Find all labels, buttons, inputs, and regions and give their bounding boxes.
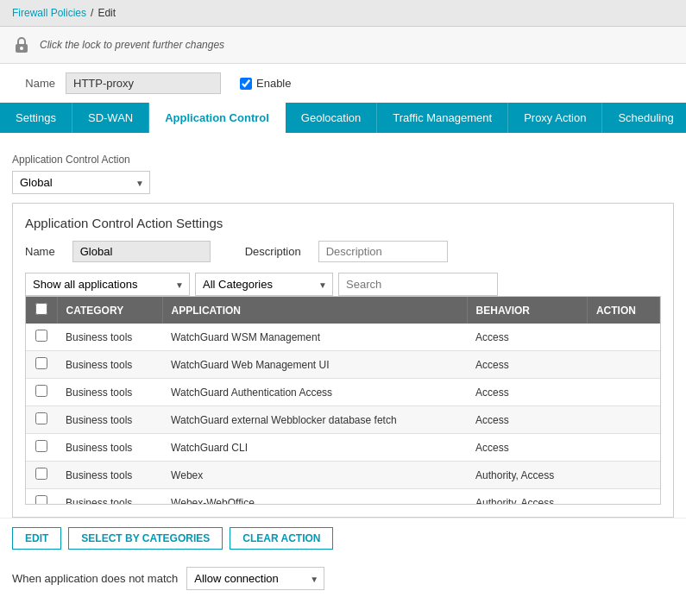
row-application: WatchGuard external Webblocker database … [162,406,467,434]
settings-title: Application Control Action Settings [25,216,661,230]
app-table-container: CATEGORY APPLICATION BEHAVIOR ACTION Bus… [25,296,661,505]
row-category: Business tools [57,351,162,379]
col-action: ACTION [587,297,659,324]
tab-proxy[interactable]: Proxy Action [508,103,602,133]
filter-row: Show all applications Show selected appl… [25,273,661,296]
table-row: Business tools WatchGuard CLI Access [26,434,660,462]
col-category: CATEGORY [57,297,162,324]
row-checkbox[interactable] [35,330,47,342]
tab-settings[interactable]: Settings [0,103,72,133]
row-checkbox[interactable] [35,385,47,397]
row-checkbox-cell [26,379,57,406]
edit-button[interactable]: EDIT [12,527,61,550]
clear-action-button[interactable]: CLEAR ACTION [230,527,333,550]
show-apps-dropdown[interactable]: Show all applications Show selected appl… [25,273,190,296]
row-behavior: Access [467,434,587,462]
table-scroll[interactable]: CATEGORY APPLICATION BEHAVIOR ACTION Bus… [26,297,660,504]
row-category: Business tools [57,462,162,489]
content-area: Application Control Action Global None A… [0,133,686,518]
no-match-row: When application does not match Allow co… [0,558,686,602]
breadcrumb: Firewall Policies / Edit [0,0,686,27]
row-action [587,351,659,379]
row-behavior: Access [467,406,587,434]
row-action [587,324,659,351]
row-checkbox-cell [26,489,57,505]
row-behavior: Access [467,379,587,406]
row-checkbox[interactable] [35,468,47,480]
app-control-action-dropdown-wrapper: Global None [12,171,150,194]
category-dropdown-wrapper: All Categories Business tools Streaming [195,273,333,296]
row-action [587,434,659,462]
enable-checkbox[interactable] [240,78,252,90]
row-category: Business tools [57,406,162,434]
breadcrumb-parent[interactable]: Firewall Policies [12,7,86,19]
lock-bar: Click the lock to prevent further change… [0,27,686,64]
tab-scheduling[interactable]: Scheduling [602,103,686,133]
row-application: WatchGuard CLI [162,434,467,462]
col-behavior: BEHAVIOR [467,297,587,324]
table-header-row: CATEGORY APPLICATION BEHAVIOR ACTION [26,297,660,324]
col-application: APPLICATION [162,297,467,324]
settings-name-input[interactable] [72,241,211,262]
row-checkbox[interactable] [35,495,47,504]
tab-sdwan[interactable]: SD-WAN [72,103,149,133]
table-row: Business tools WatchGuard WSM Management… [26,324,660,351]
lock-icon[interactable] [12,35,31,54]
row-checkbox[interactable] [35,440,47,452]
category-dropdown[interactable]: All Categories Business tools Streaming [195,273,333,296]
row-checkbox-cell [26,351,57,379]
row-behavior: Access [467,351,587,379]
select-by-categories-button[interactable]: SELECT BY CATEGORIES [68,527,223,550]
row-application: WatchGuard Web Management UI [162,351,467,379]
select-all-checkbox[interactable] [35,303,47,315]
table-row: Business tools Webex Authority, Access [26,462,660,489]
row-application: Webex-WebOffice [162,489,467,505]
name-label: Name [12,77,55,90]
tab-geolocation[interactable]: Geolocation [286,103,377,133]
row-checkbox-cell [26,324,57,351]
table-row: Business tools WatchGuard Web Management… [26,351,660,379]
svg-point-1 [20,47,23,50]
tab-traffic[interactable]: Traffic Management [377,103,508,133]
row-category: Business tools [57,324,162,351]
row-checkbox[interactable] [35,357,47,369]
name-input[interactable] [66,72,221,94]
tab-appcontrol[interactable]: Application Control [149,103,286,133]
table-row: Business tools WatchGuard Authentication… [26,379,660,406]
tab-bar: Settings SD-WAN Application Control Geol… [0,103,686,133]
breadcrumb-current: Edit [98,7,116,19]
row-behavior: Authority, Access [467,489,587,505]
search-input[interactable] [338,273,498,296]
no-match-label: When application does not match [12,572,178,585]
row-checkbox-cell [26,462,57,489]
row-checkbox[interactable] [35,412,47,424]
row-category: Business tools [57,489,162,505]
enable-text: Enable [256,77,291,90]
row-action [587,379,659,406]
settings-name-label: Name [25,245,55,258]
settings-desc-label: Description [245,245,301,258]
no-match-dropdown-wrapper: Allow connection Deny connection [186,567,324,590]
col-checkbox [26,297,57,324]
enable-label: Enable [240,77,291,90]
no-match-dropdown[interactable]: Allow connection Deny connection [186,567,324,590]
settings-name-row: Name Description [25,241,661,262]
action-section-label: Application Control Action [12,154,674,166]
row-checkbox-cell [26,434,57,462]
row-application: Webex [162,462,467,489]
row-category: Business tools [57,379,162,406]
breadcrumb-separator: / [91,7,93,19]
table-row: Business tools Webex-WebOffice Authority… [26,489,660,505]
row-action [587,462,659,489]
app-control-action-dropdown[interactable]: Global None [12,171,150,194]
row-behavior: Authority, Access [467,462,587,489]
row-action [587,489,659,505]
settings-box: Application Control Action Settings Name… [12,203,674,518]
row-application: WatchGuard Authentication Access [162,379,467,406]
lock-text: Click the lock to prevent further change… [40,39,224,51]
row-application: WatchGuard WSM Management [162,324,467,351]
settings-desc-input[interactable] [318,241,448,262]
show-apps-dropdown-wrapper: Show all applications Show selected appl… [25,273,190,296]
row-checkbox-cell [26,406,57,434]
row-action [587,406,659,434]
